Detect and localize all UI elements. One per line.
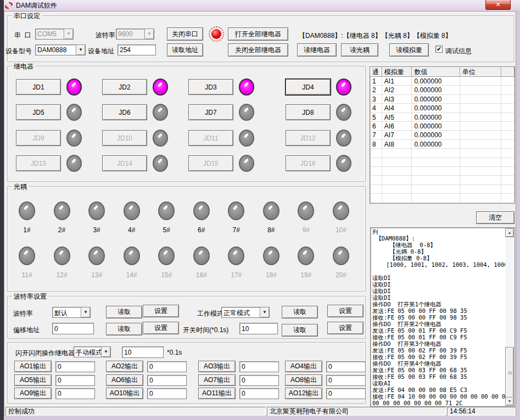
close-port-button[interactable]: 关闭串口 (167, 27, 203, 41)
chevron-down-icon[interactable]: ▼ (64, 29, 73, 39)
ao-button-12[interactable]: AO12输出 (285, 388, 322, 399)
ao-input-9[interactable] (55, 388, 95, 399)
read-relay-button[interactable]: 读继电器 (297, 43, 337, 57)
baud-read-button[interactable]: 读取 (106, 306, 142, 318)
relay-button-jd3[interactable]: JD3 (188, 79, 233, 95)
relay-button-jd4[interactable]: JD4 (286, 79, 331, 95)
table-row[interactable]: 1AI10.000000 (370, 77, 515, 86)
table-col-header[interactable]: 数值 (412, 67, 460, 76)
relay-button-jd12[interactable]: JD12 (286, 130, 331, 146)
ao-button-9[interactable]: AO9输出 (14, 388, 52, 399)
ao-input-6[interactable] (147, 375, 187, 386)
relay-button-jd11[interactable]: JD11 (188, 130, 233, 146)
ao-button-10[interactable]: AO10输出 (106, 388, 143, 399)
table-col-header[interactable] (501, 67, 515, 76)
ao-button-8[interactable]: AO8输出 (285, 374, 322, 386)
ao-button-4[interactable]: AO4输出 (285, 361, 322, 372)
offset-set-button[interactable]: 设置 (143, 322, 179, 334)
ao-input-4[interactable] (326, 361, 366, 372)
close-button[interactable]: ✕ (485, 0, 511, 10)
scrollbar-thumb[interactable] (505, 347, 514, 399)
relay-button-jd16[interactable]: JD16 (286, 155, 331, 171)
relay-button-jd13[interactable]: JD13 (16, 155, 61, 171)
relay-button-jd10[interactable]: JD10 (102, 130, 147, 146)
table-row[interactable] (370, 167, 515, 176)
ao-button-5[interactable]: AO5输出 (14, 374, 52, 386)
table-row[interactable]: 4AI40.000000 (370, 104, 515, 113)
chevron-down-icon[interactable]: ▼ (101, 347, 110, 357)
switch-time-set-button[interactable]: 设置 (327, 322, 364, 334)
baud-set-button[interactable]: 设置 (143, 305, 179, 317)
chevron-down-icon[interactable]: ▼ (76, 45, 85, 55)
close-all-relays-button[interactable]: 关闭全部继电器 (228, 43, 288, 57)
ao-button-6[interactable]: AO6输出 (106, 374, 143, 386)
table-row[interactable] (370, 158, 515, 167)
device-addr-input[interactable] (118, 44, 156, 55)
ao-input-1[interactable] (55, 361, 95, 372)
log-output[interactable]: 列 【DAM0888】: 【继电器 0-8】 【光耦 0-8】 【模拟量 0-8… (371, 228, 505, 406)
baud-setting-combobox[interactable]: 默认 ▼ (52, 307, 91, 318)
relay-button-jd15[interactable]: JD15 (188, 155, 233, 171)
ao-input-7[interactable] (239, 375, 279, 386)
ao-button-2[interactable]: AO2输出 (106, 361, 143, 372)
work-mode-read-button[interactable]: 读取 (282, 306, 318, 318)
ao-button-11[interactable]: AO11输出 (198, 388, 236, 399)
relay-button-jd9[interactable]: JD9 (16, 130, 61, 146)
offset-addr-input[interactable] (52, 323, 94, 334)
table-col-header[interactable]: 通 (370, 67, 382, 76)
analog-table[interactable]: 通模拟量数值单位 1AI10.0000002AI20.0000003AI30.0… (370, 66, 515, 204)
table-row[interactable]: 2AI20.000000 (370, 86, 515, 94)
offset-read-button[interactable]: 读取 (106, 323, 142, 335)
flash-time-input[interactable] (122, 346, 164, 358)
table-row[interactable] (370, 185, 515, 194)
chevron-down-icon[interactable]: ▼ (81, 307, 90, 317)
read-opto-button[interactable]: 读光耦 (341, 43, 378, 57)
scroll-down-icon[interactable]: ▼ (505, 397, 514, 406)
table-row[interactable]: 6AI60.000000 (370, 122, 515, 131)
table-col-header[interactable]: 单位 (460, 67, 501, 76)
relay-button-jd2[interactable]: JD2 (102, 79, 147, 95)
ao-button-7[interactable]: AO7输出 (198, 374, 236, 386)
debug-info-checkbox[interactable]: ✔ (435, 46, 443, 53)
relay-button-jd6[interactable]: JD6 (102, 104, 147, 120)
relay-button-jd8[interactable]: JD8 (286, 104, 331, 120)
ao-input-10[interactable] (147, 388, 187, 399)
clear-log-button[interactable]: 清空 (476, 211, 515, 224)
relay-button-jd7[interactable]: JD7 (188, 104, 233, 120)
table-row[interactable]: 3AI30.000000 (370, 95, 515, 104)
ao-input-11[interactable] (239, 388, 279, 399)
relay-button-jd5[interactable]: JD5 (16, 104, 61, 120)
table-row[interactable]: 7AI70.000000 (370, 131, 515, 139)
work-mode-set-button[interactable]: 设置 (327, 305, 364, 317)
table-col-header[interactable]: 模拟量 (382, 67, 412, 76)
read-addr-button[interactable]: 读取地址 (167, 43, 203, 57)
ao-input-5[interactable] (55, 375, 95, 386)
ao-button-1[interactable]: AO1输出 (14, 361, 52, 372)
table-row[interactable] (370, 194, 515, 203)
titlebar[interactable]: DAM调试软件 (4, 0, 520, 11)
relay-button-jd14[interactable]: JD14 (102, 155, 147, 171)
baud-combobox[interactable]: 9600 ▼ (116, 29, 154, 40)
chevron-down-icon[interactable]: ▼ (144, 29, 154, 39)
table-row[interactable]: 5AI50.000000 (370, 113, 515, 122)
ao-input-12[interactable] (326, 388, 366, 399)
table-row[interactable] (370, 176, 515, 184)
switch-time-read-button[interactable]: 读取 (282, 324, 318, 337)
read-analog-button[interactable]: 读模拟量 (389, 43, 429, 57)
ao-input-8[interactable] (326, 375, 366, 386)
switch-time-input[interactable] (239, 323, 278, 334)
flash-mode-combobox[interactable]: 手动模式 ▼ (74, 346, 111, 357)
table-row[interactable]: 8AI80.000000 (370, 140, 515, 149)
open-all-relays-button[interactable]: 打开全部继电器 (228, 27, 288, 41)
model-combobox[interactable]: DAM0888 ▼ (35, 44, 86, 55)
ao-input-3[interactable] (239, 361, 279, 372)
table-row[interactable] (370, 149, 515, 158)
ao-button-3[interactable]: AO3输出 (198, 361, 236, 372)
relay-button-jd1[interactable]: JD1 (16, 79, 61, 95)
work-mode-combobox[interactable]: 正常模式 ▼ (221, 307, 270, 318)
scroll-up-icon[interactable]: ▲ (505, 228, 514, 237)
ao-input-2[interactable] (147, 361, 187, 372)
port-combobox[interactable]: COM5 ▼ (35, 29, 74, 40)
chevron-down-icon[interactable]: ▼ (260, 307, 269, 317)
log-scrollbar[interactable]: ▲ ▼ (505, 228, 514, 406)
